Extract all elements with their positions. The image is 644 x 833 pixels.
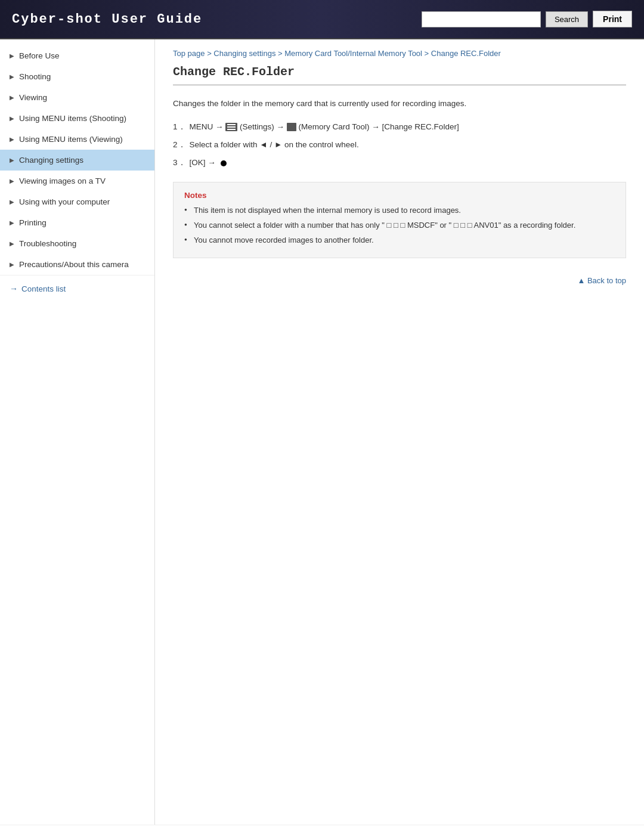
sidebar-item-changing-settings[interactable]: ▶Changing settings <box>0 150 154 171</box>
layout: ▶Before Use▶Shooting▶Viewing▶Using MENU … <box>0 39 644 825</box>
content-footer: Back to top <box>173 270 626 291</box>
sidebar-arrow-icon: ▶ <box>10 136 14 143</box>
sidebar-item-label: Before Use <box>19 51 60 60</box>
header-controls: Search Print <box>422 11 632 27</box>
breadcrumb-memory-card-tool[interactable]: Memory Card Tool/Internal Memory Tool <box>284 49 422 58</box>
sidebar-item-label: Using MENU items (Shooting) <box>19 114 126 123</box>
step-3: 3． [OK] → <box>173 156 626 170</box>
site-title: Cyber-shot User Guide <box>12 12 202 27</box>
sidebar: ▶Before Use▶Shooting▶Viewing▶Using MENU … <box>0 39 155 825</box>
description: Changes the folder in the memory card th… <box>173 97 626 110</box>
notes-list-item: You cannot move recorded images to anoth… <box>184 234 615 247</box>
notes-list: This item is not displayed when the inte… <box>184 205 615 246</box>
notes-box: Notes This item is not displayed when th… <box>173 182 626 258</box>
sidebar-item-using-with-your-computer[interactable]: ▶Using with your computer <box>0 191 154 212</box>
sidebar-item-label: Using MENU items (Viewing) <box>19 135 123 144</box>
sidebar-item-shooting[interactable]: ▶Shooting <box>0 66 154 87</box>
sidebar-arrow-icon: ▶ <box>10 73 14 80</box>
sidebar-arrow-icon: ▶ <box>10 52 14 59</box>
ok-bullet-icon <box>221 160 227 166</box>
sidebar-item-label: Viewing images on a TV <box>19 176 106 185</box>
main-content: Top page > Changing settings > Memory Ca… <box>155 39 644 825</box>
page-title: Change REC.Folder <box>173 65 626 85</box>
sidebar-item-label: Changing settings <box>19 156 83 165</box>
breadcrumb-top[interactable]: Top page <box>173 49 205 58</box>
sidebar-arrow-icon: ▶ <box>10 219 14 226</box>
sidebar-footer: → Contents list <box>0 275 154 302</box>
sidebar-arrow-icon: ▶ <box>10 240 14 247</box>
sidebar-arrow-icon: ▶ <box>10 94 14 101</box>
page-footer: Copyright 2012 Sony Corporation <box>0 825 644 833</box>
step-1: 1． MENU → (Settings) → (Memory Card Tool… <box>173 120 626 134</box>
notes-title: Notes <box>184 191 615 200</box>
sidebar-arrow-icon: ▶ <box>10 199 14 205</box>
settings-icon <box>225 123 237 131</box>
sidebar-item-using-menu-items-shooting[interactable]: ▶Using MENU items (Shooting) <box>0 108 154 129</box>
search-button[interactable]: Search <box>546 11 588 27</box>
search-input[interactable] <box>422 11 541 27</box>
notes-list-item: This item is not displayed when the inte… <box>184 205 615 217</box>
sidebar-item-label: Troubleshooting <box>19 239 76 248</box>
sidebar-item-label: Printing <box>19 218 47 227</box>
sidebar-item-label: Viewing <box>19 93 47 102</box>
contents-arrow-icon: → <box>10 284 18 293</box>
contents-list-link[interactable]: Contents list <box>21 284 66 293</box>
notes-list-item: You cannot select a folder with a number… <box>184 219 615 232</box>
sidebar-item-printing[interactable]: ▶Printing <box>0 212 154 233</box>
sidebar-item-viewing-images-on-a-tv[interactable]: ▶Viewing images on a TV <box>0 171 154 191</box>
sidebar-item-using-menu-items-viewing[interactable]: ▶Using MENU items (Viewing) <box>0 129 154 150</box>
sidebar-arrow-icon: ▶ <box>10 157 14 163</box>
sidebar-item-label: Precautions/About this camera <box>19 260 129 269</box>
breadcrumb-changing-settings[interactable]: Changing settings <box>213 49 275 58</box>
memory-card-icon <box>287 123 296 131</box>
sidebar-arrow-icon: ▶ <box>10 115 14 122</box>
sidebar-arrow-icon: ▶ <box>10 178 14 184</box>
sidebar-item-viewing[interactable]: ▶Viewing <box>0 87 154 108</box>
sidebar-item-label: Shooting <box>19 72 51 81</box>
breadcrumb: Top page > Changing settings > Memory Ca… <box>173 39 626 65</box>
sidebar-item-troubleshooting[interactable]: ▶Troubleshooting <box>0 233 154 254</box>
sidebar-item-precautionsabout-this-camera[interactable]: ▶Precautions/About this camera <box>0 254 154 275</box>
back-to-top-link[interactable]: Back to top <box>577 276 626 285</box>
breadcrumb-change-rec-folder[interactable]: Change REC.Folder <box>431 49 501 58</box>
header: Cyber-shot User Guide Search Print <box>0 0 644 39</box>
sidebar-arrow-icon: ▶ <box>10 261 14 268</box>
steps: 1． MENU → (Settings) → (Memory Card Tool… <box>173 120 626 171</box>
print-button[interactable]: Print <box>593 11 632 27</box>
step-2: 2． Select a folder with ◄ / ► on the con… <box>173 138 626 152</box>
sidebar-item-label: Using with your computer <box>19 197 110 206</box>
sidebar-item-before-use[interactable]: ▶Before Use <box>0 45 154 66</box>
